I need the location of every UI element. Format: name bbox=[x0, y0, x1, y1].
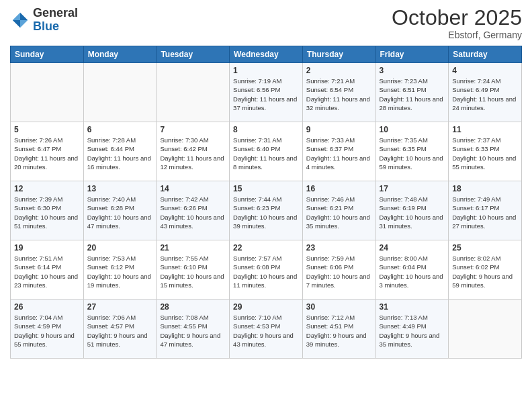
cell-4-4: 30Sunrise: 7:12 AM Sunset: 4:51 PM Dayli… bbox=[302, 300, 375, 359]
cell-1-4: 9Sunrise: 7:33 AM Sunset: 6:37 PM Daylig… bbox=[302, 122, 375, 181]
day-info: Sunrise: 7:06 AM Sunset: 4:57 PM Dayligh… bbox=[87, 313, 153, 349]
day-number: 8 bbox=[233, 125, 299, 134]
day-info: Sunrise: 7:37 AM Sunset: 6:33 PM Dayligh… bbox=[452, 136, 518, 171]
logo-text: General Blue bbox=[33, 7, 78, 34]
day-number: 4 bbox=[452, 66, 518, 75]
day-number: 15 bbox=[233, 184, 299, 193]
cell-4-2: 28Sunrise: 7:08 AM Sunset: 4:55 PM Dayli… bbox=[157, 300, 230, 359]
cell-0-3: 1Sunrise: 7:19 AM Sunset: 6:56 PM Daylig… bbox=[230, 63, 303, 122]
day-info: Sunrise: 7:26 AM Sunset: 6:47 PM Dayligh… bbox=[14, 136, 80, 171]
day-info: Sunrise: 7:23 AM Sunset: 6:51 PM Dayligh… bbox=[380, 77, 445, 112]
cell-3-0: 19Sunrise: 7:51 AM Sunset: 6:14 PM Dayli… bbox=[11, 240, 84, 300]
header-sunday: Sunday bbox=[11, 46, 84, 63]
cell-2-1: 13Sunrise: 7:40 AM Sunset: 6:28 PM Dayli… bbox=[83, 181, 157, 240]
svg-marker-2 bbox=[13, 13, 20, 20]
cell-0-1 bbox=[83, 63, 157, 122]
day-info: Sunrise: 7:55 AM Sunset: 6:10 PM Dayligh… bbox=[160, 254, 226, 289]
day-number: 12 bbox=[14, 184, 80, 193]
day-number: 3 bbox=[380, 66, 445, 75]
cell-1-1: 6Sunrise: 7:28 AM Sunset: 6:44 PM Daylig… bbox=[83, 122, 157, 181]
cell-1-6: 11Sunrise: 7:37 AM Sunset: 6:33 PM Dayli… bbox=[449, 122, 522, 181]
day-number: 20 bbox=[87, 243, 153, 253]
day-info: Sunrise: 8:00 AM Sunset: 6:04 PM Dayligh… bbox=[380, 254, 445, 289]
day-number: 2 bbox=[306, 66, 372, 75]
day-number: 23 bbox=[306, 243, 372, 253]
day-info: Sunrise: 7:39 AM Sunset: 6:30 PM Dayligh… bbox=[14, 195, 80, 230]
calendar: Sunday Monday Tuesday Wednesday Thursday… bbox=[10, 46, 522, 359]
day-number: 13 bbox=[87, 184, 153, 193]
day-number: 18 bbox=[452, 184, 518, 193]
day-info: Sunrise: 7:13 AM Sunset: 4:49 PM Dayligh… bbox=[380, 313, 445, 349]
cell-3-4: 23Sunrise: 7:59 AM Sunset: 6:06 PM Dayli… bbox=[302, 240, 375, 300]
header: General Blue October 2025 Ebstorf, Germa… bbox=[10, 7, 522, 40]
day-number: 5 bbox=[14, 125, 80, 134]
cell-1-2: 7Sunrise: 7:30 AM Sunset: 6:42 PM Daylig… bbox=[157, 122, 230, 181]
day-info: Sunrise: 7:12 AM Sunset: 4:51 PM Dayligh… bbox=[306, 313, 372, 349]
svg-marker-3 bbox=[13, 20, 20, 28]
month-title: October 2025 bbox=[392, 7, 522, 28]
cell-2-4: 16Sunrise: 7:46 AM Sunset: 6:21 PM Dayli… bbox=[302, 181, 375, 240]
cell-4-5: 31Sunrise: 7:13 AM Sunset: 4:49 PM Dayli… bbox=[375, 300, 449, 359]
cell-2-0: 12Sunrise: 7:39 AM Sunset: 6:30 PM Dayli… bbox=[11, 181, 84, 240]
cell-3-1: 20Sunrise: 7:53 AM Sunset: 6:12 PM Dayli… bbox=[83, 240, 157, 300]
day-info: Sunrise: 7:10 AM Sunset: 4:53 PM Dayligh… bbox=[233, 313, 299, 349]
cell-0-2 bbox=[157, 63, 230, 122]
cell-2-2: 14Sunrise: 7:42 AM Sunset: 6:26 PM Dayli… bbox=[157, 181, 230, 240]
day-info: Sunrise: 7:59 AM Sunset: 6:06 PM Dayligh… bbox=[306, 254, 372, 289]
day-info: Sunrise: 7:19 AM Sunset: 6:56 PM Dayligh… bbox=[233, 77, 299, 112]
title-block: October 2025 Ebstorf, Germany bbox=[392, 7, 522, 40]
week-row-4: 26Sunrise: 7:04 AM Sunset: 4:59 PM Dayli… bbox=[11, 300, 522, 359]
day-info: Sunrise: 7:31 AM Sunset: 6:40 PM Dayligh… bbox=[233, 136, 299, 171]
day-info: Sunrise: 7:53 AM Sunset: 6:12 PM Dayligh… bbox=[87, 254, 153, 289]
cell-3-2: 21Sunrise: 7:55 AM Sunset: 6:10 PM Dayli… bbox=[157, 240, 230, 300]
day-number: 25 bbox=[452, 243, 518, 253]
header-friday: Friday bbox=[375, 46, 449, 63]
header-saturday: Saturday bbox=[449, 46, 522, 63]
day-number: 14 bbox=[160, 184, 226, 193]
cell-3-6: 25Sunrise: 8:02 AM Sunset: 6:02 PM Dayli… bbox=[449, 240, 522, 300]
header-tuesday: Tuesday bbox=[157, 46, 230, 63]
day-info: Sunrise: 7:51 AM Sunset: 6:14 PM Dayligh… bbox=[14, 254, 80, 289]
week-row-2: 12Sunrise: 7:39 AM Sunset: 6:30 PM Dayli… bbox=[11, 181, 522, 240]
cell-4-1: 27Sunrise: 7:06 AM Sunset: 4:57 PM Dayli… bbox=[83, 300, 157, 359]
day-number: 6 bbox=[87, 125, 153, 134]
day-info: Sunrise: 7:40 AM Sunset: 6:28 PM Dayligh… bbox=[87, 195, 153, 230]
day-info: Sunrise: 7:49 AM Sunset: 6:17 PM Dayligh… bbox=[452, 195, 518, 230]
svg-marker-0 bbox=[20, 13, 28, 20]
weekday-header-row: Sunday Monday Tuesday Wednesday Thursday… bbox=[11, 46, 522, 63]
cell-1-0: 5Sunrise: 7:26 AM Sunset: 6:47 PM Daylig… bbox=[11, 122, 84, 181]
day-number: 21 bbox=[160, 243, 226, 253]
day-info: Sunrise: 7:48 AM Sunset: 6:19 PM Dayligh… bbox=[380, 195, 445, 230]
day-number: 26 bbox=[14, 302, 80, 312]
cell-0-6: 4Sunrise: 7:24 AM Sunset: 6:49 PM Daylig… bbox=[449, 63, 522, 122]
cell-2-6: 18Sunrise: 7:49 AM Sunset: 6:17 PM Dayli… bbox=[449, 181, 522, 240]
day-info: Sunrise: 7:35 AM Sunset: 6:35 PM Dayligh… bbox=[380, 136, 445, 171]
day-number: 30 bbox=[306, 302, 372, 312]
location: Ebstorf, Germany bbox=[392, 30, 522, 40]
day-number: 29 bbox=[233, 302, 299, 312]
cell-3-3: 22Sunrise: 7:57 AM Sunset: 6:08 PM Dayli… bbox=[230, 240, 303, 300]
cell-2-5: 17Sunrise: 7:48 AM Sunset: 6:19 PM Dayli… bbox=[375, 181, 449, 240]
day-number: 7 bbox=[160, 125, 226, 134]
cell-0-0 bbox=[11, 63, 84, 122]
day-number: 9 bbox=[306, 125, 372, 134]
cell-1-5: 10Sunrise: 7:35 AM Sunset: 6:35 PM Dayli… bbox=[375, 122, 449, 181]
week-row-1: 5Sunrise: 7:26 AM Sunset: 6:47 PM Daylig… bbox=[11, 122, 522, 181]
cell-4-6 bbox=[449, 300, 522, 359]
cell-4-3: 29Sunrise: 7:10 AM Sunset: 4:53 PM Dayli… bbox=[230, 300, 303, 359]
header-thursday: Thursday bbox=[302, 46, 375, 63]
day-info: Sunrise: 7:57 AM Sunset: 6:08 PM Dayligh… bbox=[233, 254, 299, 289]
day-number: 24 bbox=[380, 243, 445, 253]
day-number: 16 bbox=[306, 184, 372, 193]
page: General Blue October 2025 Ebstorf, Germa… bbox=[0, 0, 532, 411]
cell-1-3: 8Sunrise: 7:31 AM Sunset: 6:40 PM Daylig… bbox=[230, 122, 303, 181]
day-number: 11 bbox=[452, 125, 518, 134]
cell-2-3: 15Sunrise: 7:44 AM Sunset: 6:23 PM Dayli… bbox=[230, 181, 303, 240]
day-info: Sunrise: 8:02 AM Sunset: 6:02 PM Dayligh… bbox=[452, 254, 518, 289]
header-wednesday: Wednesday bbox=[230, 46, 303, 63]
cell-0-4: 2Sunrise: 7:21 AM Sunset: 6:54 PM Daylig… bbox=[302, 63, 375, 122]
logo: General Blue bbox=[10, 7, 78, 34]
day-number: 19 bbox=[14, 243, 80, 253]
day-number: 31 bbox=[380, 302, 445, 312]
day-info: Sunrise: 7:08 AM Sunset: 4:55 PM Dayligh… bbox=[160, 313, 226, 349]
